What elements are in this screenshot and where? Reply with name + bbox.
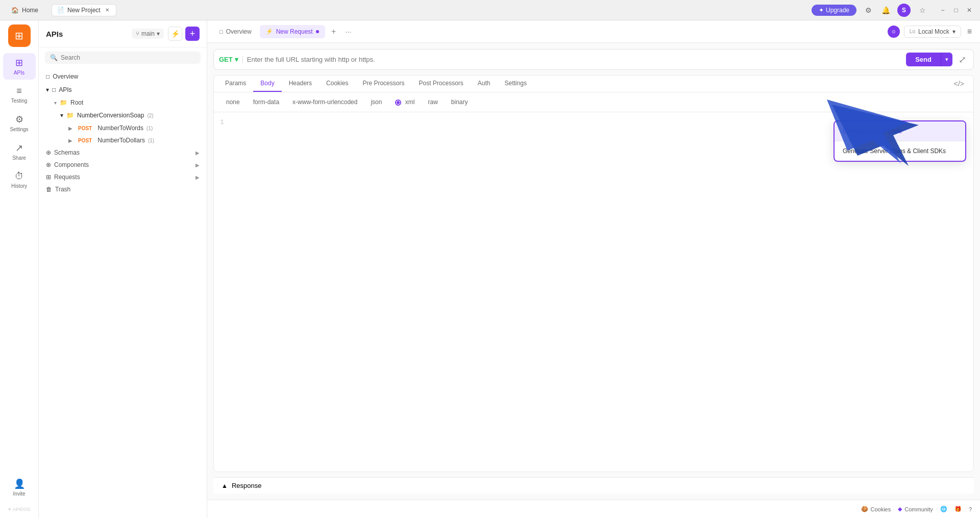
close-button[interactable]: ✕ — [965, 6, 974, 15]
globe-item[interactable]: 🌐 — [940, 506, 947, 512]
lightning-icon: ⚡ — [266, 28, 273, 35]
project-tab-label: New Project — [67, 7, 101, 14]
bell-icon[interactable]: 🔔 — [880, 5, 891, 16]
sidebar-item-testing[interactable]: ≡ Testing — [3, 82, 36, 108]
body-opt-json[interactable]: json — [365, 96, 387, 108]
root-chevron-icon: ▾ — [54, 100, 57, 106]
tab-settings[interactable]: Settings — [498, 76, 534, 92]
schemas-item[interactable]: ⊕ Schemas ▶ — [39, 146, 207, 159]
body-opt-none[interactable]: none — [221, 96, 245, 108]
nav-overview[interactable]: □ Overview — [39, 70, 207, 83]
tab-auth[interactable]: Auth — [471, 76, 498, 92]
sidebar-item-invite[interactable]: 👤 Invite — [3, 474, 36, 501]
new-request-tab[interactable]: ⚡ New Request — [260, 25, 325, 38]
help-item[interactable]: ? — [969, 506, 972, 512]
body-opt-binary[interactable]: binary — [446, 96, 473, 108]
sidebar-item-settings[interactable]: ⚙ Settings — [3, 110, 36, 136]
filter-button[interactable]: ⚡ — [168, 27, 182, 41]
gift-icon: 🎁 — [954, 506, 962, 512]
app-body: ⊞ ⊞ APIs ≡ Testing ⚙ Settings ↗ Share ⏱ … — [0, 20, 980, 518]
apis-folder-header[interactable]: ▾ □ APIs — [39, 83, 207, 96]
home-tab-label: Home — [22, 7, 38, 14]
branch-icon: ⑂ — [136, 30, 139, 37]
gift-item[interactable]: 🎁 — [954, 506, 962, 512]
titlebar: 🏠 Home 📄 New Project ✕ ✦ Upgrade ⚙ 🔔 S ☆… — [0, 0, 980, 20]
hamburger-button[interactable]: ≡ — [965, 25, 974, 38]
expand-button[interactable]: ⤢ — [957, 54, 968, 65]
xml-label: xml — [405, 98, 415, 106]
nav-tree: □ Overview ▾ □ APIs ▾ 📁 Root — [39, 68, 207, 518]
line-number-1: 1 — [220, 118, 232, 126]
trash-item[interactable]: 🗑 Trash — [39, 183, 207, 195]
sidebar-item-testing-label: Testing — [11, 98, 28, 104]
upgrade-star-icon: ✦ — [819, 7, 824, 14]
cookies-label: Cookies — [871, 506, 891, 512]
method-selector[interactable]: GET ▾ — [219, 56, 243, 63]
trash-label: Trash — [55, 186, 70, 193]
code-view-button[interactable]: </> — [949, 77, 969, 91]
sidebar-item-apis[interactable]: ⊞ APIs — [3, 53, 36, 80]
star-icon[interactable]: ☆ — [917, 5, 928, 16]
avatar[interactable]: S — [897, 4, 911, 17]
cookies-bottom-item[interactable]: 🍪 Cookies — [861, 506, 891, 512]
maximize-button[interactable]: □ — [951, 6, 961, 15]
number-to-words-item[interactable]: ▶ POST NumberToWords (1) — [61, 122, 207, 134]
overview-label: Overview — [53, 73, 78, 80]
tab-pre-processors[interactable]: Pre Processors — [355, 76, 411, 92]
number-to-dollars-item[interactable]: ▶ POST NumberToDollars (1) — [61, 134, 207, 146]
local-mock-button[interactable]: Lo Local Mock ▾ — [904, 26, 961, 38]
overview-tab[interactable]: □ Overview — [213, 25, 258, 38]
sidebar-item-invite-label: Invite — [13, 491, 26, 497]
local-mock-label: Local Mock — [918, 28, 949, 35]
ntd-label: NumberToDollars — [97, 137, 145, 144]
apis-chevron-icon: ▾ — [46, 86, 49, 93]
main-content: □ Overview ⚡ New Request + ··· ⊙ Lo Loca… — [207, 20, 980, 518]
api-panel-header: APIs ⑂ main ▾ ⚡ + — [39, 20, 207, 47]
home-tab[interactable]: 🏠 Home — [6, 5, 43, 16]
branch-selector[interactable]: ⑂ main ▾ — [132, 29, 164, 39]
tab-headers[interactable]: Headers — [282, 76, 319, 92]
api-panel: APIs ⑂ main ▾ ⚡ + 🔍 □ Overview — [39, 20, 207, 518]
requests-item[interactable]: ⊞ Requests ▶ — [39, 171, 207, 183]
tab-post-processors[interactable]: Post Processors — [411, 76, 470, 92]
close-tab-button[interactable]: ✕ — [104, 7, 111, 14]
code-editor[interactable]: 1 — [214, 112, 973, 472]
request-area: GET ▾ Send ▾ ⤢ Params Body Headers Cooki… — [207, 43, 980, 500]
url-input[interactable] — [247, 56, 902, 63]
body-opt-form-data[interactable]: form-data — [248, 96, 284, 108]
root-label: Root — [70, 99, 83, 106]
tab-body[interactable]: Body — [253, 76, 281, 92]
ntw-method-badge: POST — [76, 125, 94, 132]
tab-params[interactable]: Params — [218, 76, 253, 92]
send-button[interactable]: Send — [906, 53, 941, 66]
upgrade-button[interactable]: ✦ Upgrade — [812, 5, 856, 16]
minimize-button[interactable]: − — [938, 6, 947, 15]
add-button[interactable]: + — [185, 27, 200, 41]
more-tabs-button[interactable]: ··· — [342, 26, 355, 38]
community-bottom-item[interactable]: ◆ Community — [898, 506, 933, 512]
nc-folder-label: NumberConversionSoap — [77, 112, 144, 119]
search-input[interactable] — [61, 54, 195, 61]
body-opt-xml[interactable]: xml — [390, 96, 420, 108]
number-conversion-header[interactable]: ▾ 📁 NumberConversionSoap (2) — [53, 109, 207, 122]
bottom-bar-right: 🍪 Cookies ◆ Community 🌐 🎁 ? — [861, 506, 972, 512]
sidebar-item-share[interactable]: ↗ Share — [3, 138, 36, 165]
project-tab[interactable]: 📄 New Project ✕ — [52, 4, 116, 16]
body-opt-raw[interactable]: raw — [423, 96, 443, 108]
root-folder[interactable]: ▾ 📁 Root — [47, 96, 207, 109]
icon-sidebar: ⊞ ⊞ APIs ≡ Testing ⚙ Settings ↗ Share ⏱ … — [0, 20, 39, 518]
generate-client-code-item[interactable]: Generate Client Code — [835, 121, 965, 141]
generate-server-stubs-item[interactable]: Generate Server Stubs & Client SDKs — [835, 141, 965, 161]
send-dropdown-button[interactable]: ▾ — [941, 53, 952, 66]
project-icon: 📄 — [57, 7, 64, 13]
add-tab-button[interactable]: + — [327, 25, 340, 38]
response-bar[interactable]: ▲ Response — [213, 477, 974, 494]
components-item[interactable]: ⊗ Components ▶ — [39, 159, 207, 171]
sidebar-item-history[interactable]: ⏱ History — [3, 167, 36, 193]
components-icon: ⊗ — [46, 161, 51, 168]
request-panel: Params Body Headers Cookies Pre Processo… — [213, 75, 974, 472]
gear-icon[interactable]: ⚙ — [863, 5, 874, 16]
upgrade-label: Upgrade — [826, 7, 849, 14]
tab-cookies[interactable]: Cookies — [319, 76, 355, 92]
body-opt-urlencoded[interactable]: x-www-form-urlencoded — [287, 96, 362, 108]
